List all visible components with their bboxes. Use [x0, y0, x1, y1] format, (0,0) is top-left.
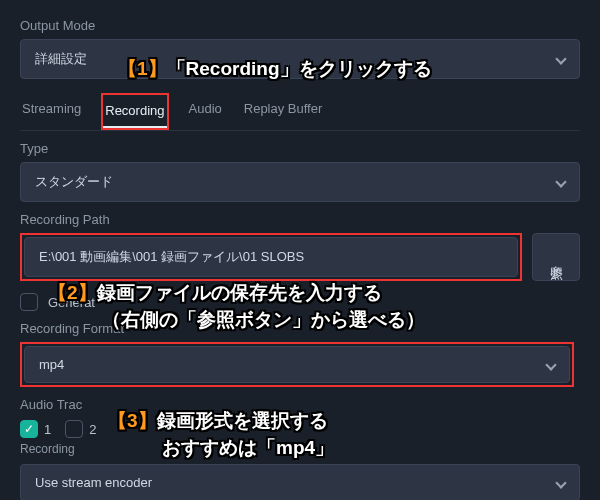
generate-checkbox-label: Generat [48, 295, 95, 310]
chevron-down-icon [555, 53, 566, 64]
recording-format-value: mp4 [39, 357, 64, 372]
recording-path-input[interactable]: E:\001 動画編集\001 録画ファイル\01 SLOBS [24, 237, 518, 277]
recording-sublabel: Recording [20, 442, 580, 456]
type-label: Type [20, 141, 580, 156]
recording-path-label: Recording Path [20, 212, 580, 227]
recording-format-label: Recording Format [20, 321, 580, 336]
tab-streaming[interactable]: Streaming [20, 93, 83, 130]
output-mode-value: 詳細設定 [35, 50, 87, 68]
tab-recording[interactable]: Recording [103, 95, 166, 128]
chevron-down-icon [555, 477, 566, 488]
encoder-select[interactable]: Use stream encoder [20, 464, 580, 500]
audio-track-row: ✓ 1 2 [20, 420, 580, 438]
audio-track-1-checkbox[interactable]: ✓ [20, 420, 38, 438]
output-mode-label: Output Mode [20, 18, 580, 33]
audio-track-2-label: 2 [89, 422, 96, 437]
type-select[interactable]: スタンダード [20, 162, 580, 202]
encoder-value: Use stream encoder [35, 475, 152, 490]
chevron-down-icon [555, 176, 566, 187]
type-value: スタンダード [35, 173, 113, 191]
output-mode-select[interactable]: 詳細設定 [20, 39, 580, 79]
generate-checkbox[interactable] [20, 293, 38, 311]
chevron-down-icon [545, 359, 556, 370]
recording-format-select[interactable]: mp4 [24, 346, 570, 383]
audio-track-label: Audio Trac [20, 397, 580, 412]
audio-track-2-checkbox[interactable] [65, 420, 83, 438]
browse-button[interactable]: 参照 [532, 233, 580, 281]
audio-track-1-label: 1 [44, 422, 51, 437]
output-tabs: Streaming Recording Audio Replay Buffer [20, 93, 580, 131]
tab-audio[interactable]: Audio [187, 93, 224, 130]
tab-replay-buffer[interactable]: Replay Buffer [242, 93, 325, 130]
